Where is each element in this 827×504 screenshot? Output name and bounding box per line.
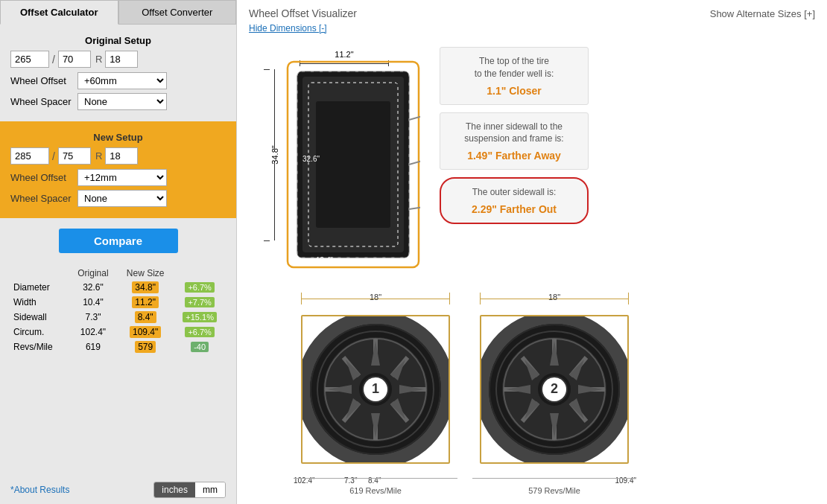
- stats-row-original: 7.3": [69, 310, 117, 325]
- left-dim-label: 34.8": [269, 144, 281, 165]
- original-offset-label: Wheel Offset: [10, 75, 77, 86]
- right-panel: Wheel Offset Visualizer Show Alternate S…: [237, 0, 827, 504]
- hide-dimensions-link[interactable]: Hide Dimensions [-]: [249, 23, 327, 34]
- original-spacer-label: Wheel Spacer: [10, 96, 77, 107]
- new-width-input[interactable]: [10, 147, 49, 165]
- stats-row: Width10.4"11.2"+7.7%: [10, 295, 226, 310]
- r-label-1: R: [95, 54, 102, 65]
- stats-row-new: 109.4": [117, 325, 174, 339]
- new-spacer-row: Wheel Spacer None5mm10mm: [10, 190, 226, 207]
- show-alternate-sizes[interactable]: Show Alternate Sizes [+]: [710, 8, 815, 19]
- wheel2-bottom-dims: 109.4" 579 Revs/Mile: [472, 465, 636, 495]
- wheels-section: 18": [249, 293, 815, 495]
- stats-row-new: 11.2": [117, 295, 174, 310]
- info-box-top-value: 1.1" Closer: [451, 85, 577, 97]
- side-tire-view: 11.2" 34.8": [249, 39, 428, 285]
- stats-row: Diameter32.6"34.8"+6.7%: [10, 280, 226, 295]
- new-aspect-input[interactable]: [58, 147, 91, 165]
- stats-row-label: Sidewall: [10, 310, 69, 325]
- stats-table: Original New Size Diameter32.6"34.8"+6.7…: [0, 267, 236, 354]
- new-offset-row: Wheel Offset +12mm+60mm+50mm: [10, 169, 226, 186]
- original-width-input[interactable]: [10, 51, 49, 68]
- col-diff-header: [174, 267, 226, 280]
- info-box-bottom-title: The outer sidewall is:: [451, 186, 577, 199]
- stats-row-diff: +7.7%: [174, 295, 226, 310]
- info-box-top: The top of the tireto the fender well is…: [440, 47, 589, 105]
- info-box-bottom-value: 2.29" Farther Out: [451, 203, 577, 215]
- stats-row: Revs/Mile619579-40: [10, 339, 226, 354]
- inner-dim-label: 32.6": [302, 155, 320, 163]
- stats-row-new: 579: [117, 339, 174, 354]
- wheel1-top-label: 18": [370, 293, 381, 302]
- inches-button[interactable]: inches: [154, 482, 195, 497]
- original-offset-row: Wheel Offset +60mm+50mm+40mm+30mm: [10, 72, 226, 89]
- visualizer-title: Wheel Offset Visualizer: [249, 7, 357, 19]
- original-offset-select[interactable]: +60mm+50mm+40mm+30mm: [77, 72, 167, 89]
- new-offset-select[interactable]: +12mm+60mm+50mm: [77, 169, 167, 186]
- compare-button[interactable]: Compare: [59, 229, 178, 253]
- info-box-middle-title: The inner sidewall to thesuspension and …: [451, 121, 577, 146]
- col-new-header: New Size: [117, 267, 174, 280]
- original-spacer-row: Wheel Spacer None5mm10mm: [10, 93, 226, 110]
- stats-row-diff: +6.7%: [174, 325, 226, 339]
- original-setup-section: Original Setup / R Wheel Offset +60mm+50…: [0, 25, 236, 121]
- info-box-bottom: The outer sidewall is: 2.29" Farther Out: [440, 177, 589, 224]
- original-aspect-input[interactable]: [58, 51, 91, 68]
- wheel1-bottom-dims: 102.4" 7.3" 8.4" 619 Revs/Mile: [294, 465, 457, 495]
- mm-button[interactable]: mm: [195, 482, 225, 497]
- left-dim-container: 34.8": [264, 69, 285, 240]
- stats-row: Circum.102.4"109.4"+6.7%: [10, 325, 226, 339]
- info-boxes: The top of the tireto the fender well is…: [440, 39, 589, 285]
- new-rim-input[interactable]: [105, 147, 138, 165]
- info-box-top-title: The top of the tireto the fender well is…: [451, 55, 577, 80]
- unit-toggle: inches mm: [153, 482, 226, 498]
- stats-row-diff: +6.7%: [174, 280, 226, 295]
- stats-row-label: Diameter: [10, 280, 69, 295]
- right-header: Wheel Offset Visualizer Show Alternate S…: [249, 7, 815, 19]
- upper-section: 11.2" 34.8": [249, 39, 815, 285]
- tab-bar: Offset Calculator Offset Converter: [0, 0, 236, 25]
- col-original-header: Original: [69, 267, 117, 280]
- stats-row-original: 619: [69, 339, 117, 354]
- bottom-width-label: 10.4": [316, 256, 333, 264]
- original-rim-input[interactable]: [105, 51, 138, 68]
- info-box-middle: The inner sidewall to thesuspension and …: [440, 112, 589, 170]
- sep1: /: [52, 54, 55, 66]
- original-spacer-select[interactable]: None5mm10mm: [77, 93, 167, 110]
- wheel2-revs: 579 Revs/Mile: [472, 486, 636, 495]
- stats-row-diff: -40: [174, 339, 226, 354]
- wheel2-svg-container: 2: [480, 315, 629, 464]
- top-dim-label: 11.2": [300, 50, 389, 59]
- original-tire-row: / R: [10, 51, 226, 68]
- stats-row-original: 32.6": [69, 280, 117, 295]
- original-setup-title: Original Setup: [10, 29, 226, 51]
- stats-row-label: Circum.: [10, 325, 69, 339]
- new-setup-section: New Setup / R Wheel Offset +12mm+60mm+50…: [0, 121, 236, 218]
- new-setup-title: New Setup: [10, 126, 226, 147]
- stats-row-new: 8.4": [117, 310, 174, 325]
- new-tire-row: / R: [10, 147, 226, 165]
- wheel1-top-bracket: 18": [294, 293, 457, 315]
- stats-row-label: Revs/Mile: [10, 339, 69, 354]
- stats-row-diff: +15.1%: [174, 310, 226, 325]
- stats-row-original: 10.4": [69, 295, 117, 310]
- r-label-2: R: [95, 150, 102, 162]
- wheel2-container: 18": [472, 293, 636, 495]
- col-label-header: [10, 267, 69, 280]
- stats-row: Sidewall7.3"8.4"+15.1%: [10, 310, 226, 325]
- sep2: /: [52, 150, 55, 162]
- wheel1-revs: 619 Revs/Mile: [294, 486, 457, 495]
- stats-row-original: 102.4": [69, 325, 117, 339]
- new-spacer-select[interactable]: None5mm10mm: [77, 190, 167, 207]
- info-box-middle-value: 1.49" Farther Away: [451, 150, 577, 162]
- stats-row-new: 34.8": [117, 280, 174, 295]
- wheel2-top-label: 18": [548, 293, 560, 302]
- stats-row-label: Width: [10, 295, 69, 310]
- about-link[interactable]: *About Results: [10, 485, 69, 495]
- wheel1-svg-container: 1: [301, 315, 450, 464]
- tab-offset-calculator[interactable]: Offset Calculator: [0, 0, 118, 25]
- tire-side-svg: [286, 60, 420, 269]
- new-offset-label: Wheel Offset: [10, 172, 77, 183]
- wheel1-container: 18": [294, 293, 457, 495]
- tab-offset-converter[interactable]: Offset Converter: [118, 0, 237, 25]
